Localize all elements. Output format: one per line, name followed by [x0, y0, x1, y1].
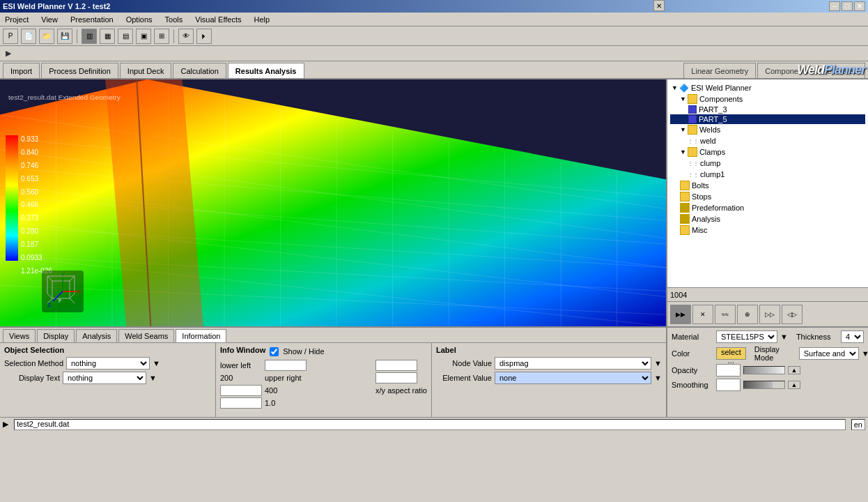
legend-val-5: 0.466 [21, 201, 52, 208]
thickness-select[interactable]: 4 [841, 330, 864, 343]
tree-label-components: Components [699, 95, 743, 103]
tab-import[interactable]: Import [3, 63, 40, 78]
menu-options[interactable]: Options [124, 15, 155, 24]
lower-left-input-y[interactable] [375, 360, 417, 371]
navtabs: Import Process Definition Input Deck Cal… [0, 61, 868, 79]
icon-btn-2[interactable]: ✕ [692, 305, 713, 324]
bottom-panels: Object Selection Selection Method nothin… [0, 343, 666, 417]
element-value-row: Element Value none ▼ [436, 372, 662, 384]
aspect-ratio-input[interactable] [220, 397, 262, 409]
legend-val-4: 0.560 [21, 188, 52, 196]
selection-method-arrow: ▼ [153, 359, 160, 367]
legend-val-0: 0.933 [21, 135, 52, 143]
icon-btn-1[interactable]: ▶▶ [670, 305, 691, 324]
maximize-button[interactable]: □ [842, 1, 853, 11]
icon-btn-5[interactable]: ▷▷ [759, 305, 780, 324]
upper-right-input-x[interactable] [375, 372, 417, 383]
panel-close-button[interactable]: ✕ [653, 0, 665, 11]
menu-visual-effects[interactable]: Visual Effects [193, 15, 243, 24]
icon-btn-4[interactable]: ⊕ [737, 305, 758, 324]
toolbar-play-btn[interactable]: ⏵ [196, 29, 212, 44]
menu-presentation[interactable]: Presentation [68, 15, 116, 24]
smoothing-up-btn[interactable]: ▲ [788, 381, 800, 389]
element-value-select[interactable]: none [495, 372, 651, 384]
tree-item-predeformation[interactable]: Predeformation [670, 202, 865, 213]
btab-weld-seams[interactable]: Weld Seams [118, 329, 174, 342]
toolbar-view-btn[interactable]: 👁 [178, 29, 194, 44]
icon-btn-6[interactable]: ◁▷ [782, 305, 803, 324]
toolbar-layout-btn5[interactable]: ⊞ [154, 29, 169, 44]
show-hide-checkbox[interactable] [270, 347, 279, 356]
menu-project[interactable]: Project [3, 15, 31, 24]
lower-left-label: lower left [220, 361, 262, 370]
tab-process-definition[interactable]: Process Definition [41, 63, 118, 78]
tree-label-clump1: clump1 [700, 170, 724, 178]
legend-val-3: 0.653 [21, 175, 52, 183]
tree-label-part3: PART_3 [699, 105, 727, 114]
infobar: ▶ ✕ [0, 46, 868, 61]
btab-information[interactable]: Information [176, 329, 226, 342]
minimize-button[interactable]: ─ [829, 1, 840, 11]
tab-input-deck[interactable]: Input Deck [120, 63, 172, 78]
toolbar-sep-2 [173, 29, 174, 43]
legend-val-9: 0.0933 [21, 254, 52, 261]
material-label: Material [672, 333, 713, 341]
material-select[interactable]: STEEL15PS [716, 330, 777, 343]
info-window-header: Info Window Show / Hide [220, 346, 427, 357]
upper-right-input-y[interactable] [220, 385, 262, 396]
tree-item-part3[interactable]: PART_3 [670, 105, 865, 114]
toolbar-layout-btn2[interactable]: ▦ [100, 29, 115, 44]
menu-tools[interactable]: Tools [163, 15, 185, 24]
btab-views[interactable]: Views [3, 329, 36, 342]
legend-val-6: 0.373 [21, 214, 52, 222]
tree-item-root[interactable]: ▼ 🔷 ESI Weld Planner [670, 82, 865, 93]
menu-view[interactable]: View [39, 15, 60, 24]
tree-item-clump1[interactable]: ⋮⋮ clump1 [670, 169, 865, 180]
display-text-select[interactable]: nothing [63, 372, 146, 384]
toolbar-new-btn[interactable]: 📄 [21, 29, 36, 44]
close-button[interactable]: ✕ [854, 1, 865, 11]
toolbar-project-btn[interactable]: P [3, 29, 18, 44]
opacity-slider[interactable] [743, 366, 785, 374]
toolbar-layout-btn4[interactable]: ▣ [136, 29, 151, 44]
toolbar-save-btn[interactable]: 💾 [57, 29, 72, 44]
btab-analysis[interactable]: Analysis [76, 329, 117, 342]
selection-method-label: Selection Method [4, 359, 63, 367]
color-select-button[interactable]: select ... [716, 347, 746, 360]
titlebar: ESI Weld Planner V 1.2 - test2 ─ □ ✕ [0, 0, 868, 13]
tree-item-analysis[interactable]: Analysis [670, 213, 865, 225]
smoothing-slider[interactable] [743, 381, 785, 389]
tree-item-welds[interactable]: ▼ Welds [670, 124, 865, 135]
selection-method-select[interactable]: nothing [66, 357, 150, 370]
analysis-folder-icon [680, 214, 690, 224]
opacity-up-btn[interactable]: ▲ [788, 366, 800, 374]
smoothing-input[interactable]: 60.0 [716, 379, 741, 391]
tree-panel: ▼ 🔷 ESI Weld Planner ▼ Components PART_3… [667, 79, 868, 287]
svg-text:Y: Y [61, 271, 65, 277]
toolbar-layout-btn1[interactable]: ▥ [82, 29, 97, 44]
tree-item-clump[interactable]: ⋮⋮ clump [670, 158, 865, 169]
lower-left-input-x[interactable] [265, 360, 307, 371]
tree-item-weld[interactable]: ⋮⋮ weld [670, 135, 865, 146]
tree-item-clamps[interactable]: ▼ Clamps [670, 146, 865, 158]
viewport[interactable]: test2_result.dat Extended Geometry 0.933… [0, 79, 666, 326]
tree-item-part5[interactable]: PART_5 [670, 114, 865, 124]
tree-item-components[interactable]: ▼ Components [670, 93, 865, 105]
tree-item-misc[interactable]: Misc [670, 225, 865, 236]
icon-btn-3[interactable]: ≈≈ [715, 305, 736, 324]
tab-calculation[interactable]: Calculation [173, 63, 226, 78]
tree-item-bolts[interactable]: Bolts [670, 180, 865, 191]
tree-item-stops[interactable]: Stops [670, 191, 865, 202]
smoothing-label: Smoothing [672, 381, 713, 389]
toolbar-layout-btn3[interactable]: ▤ [118, 29, 133, 44]
svg-text:test2_result.dat Extended Geom: test2_result.dat Extended Geometry [8, 95, 121, 101]
menu-help[interactable]: Help [252, 15, 272, 24]
toolbar-open-btn[interactable]: 📁 [39, 29, 54, 44]
svg-text:X: X [77, 289, 82, 295]
display-mode-select[interactable]: Surface and [799, 347, 859, 360]
node-value-select[interactable]: dispmag [495, 357, 651, 370]
tab-results-analysis[interactable]: Results Analysis [228, 63, 304, 78]
weld-icon: ⋮⋮ [688, 136, 698, 146]
btab-display[interactable]: Display [37, 329, 75, 342]
opacity-input[interactable]: 1.0 [716, 364, 741, 376]
